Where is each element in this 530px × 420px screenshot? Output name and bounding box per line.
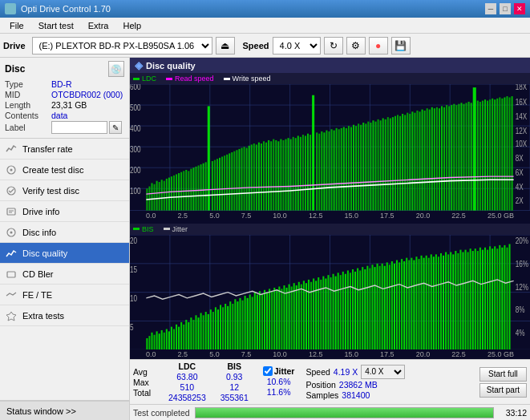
svg-rect-287 (322, 276, 324, 349)
eject-button[interactable]: ⏏ (216, 37, 235, 55)
svg-rect-332 (433, 256, 435, 349)
svg-rect-55 (176, 174, 177, 210)
svg-rect-281 (308, 280, 310, 349)
svg-rect-270 (281, 289, 282, 349)
maximize-button[interactable]: □ (500, 3, 511, 14)
status-window-button[interactable]: Status window >> (0, 401, 129, 420)
avg-label: Avg (133, 367, 160, 377)
main-layout: Disc 💿 Type BD-R MID OTCBDR002 (000) Len… (0, 58, 530, 420)
svg-rect-88 (258, 143, 260, 211)
legend-bis: BIS (133, 225, 154, 233)
drive-select[interactable]: (E:) PLEXTOR BD-R PX-LB950SA 1.06 (32, 37, 212, 55)
sidebar-item-fe-te[interactable]: FE / TE (0, 285, 129, 305)
start-full-button[interactable]: Start full (479, 367, 527, 382)
svg-rect-123 (346, 128, 347, 211)
svg-rect-304 (364, 269, 366, 349)
refresh-button[interactable]: ↻ (324, 37, 343, 55)
svg-rect-293 (338, 273, 339, 349)
svg-rect-296 (345, 273, 346, 349)
label-edit-button[interactable]: ✎ (109, 121, 122, 134)
svg-rect-135 (375, 122, 377, 211)
svg-rect-266 (271, 291, 273, 349)
svg-rect-317 (396, 260, 398, 349)
svg-rect-250 (232, 304, 233, 349)
sidebar-item-disc-info[interactable]: Disc info (0, 222, 129, 243)
nav-label-create-test-disc: Create test disc (22, 165, 83, 175)
svg-rect-358 (496, 248, 498, 349)
svg-rect-335 (440, 253, 442, 349)
svg-rect-362 (506, 247, 508, 349)
sidebar-item-cd-bler[interactable]: CD Bler (0, 264, 129, 285)
sidebar-item-disc-quality[interactable]: Disc quality (0, 243, 129, 264)
svg-text:200: 200 (130, 165, 141, 175)
svg-rect-168 (455, 105, 457, 211)
position-val: 23862 MB (339, 380, 378, 390)
svg-text:300: 300 (130, 144, 141, 154)
start-part-button[interactable]: Start part (479, 383, 527, 398)
chart-header-icon: ◈ (135, 59, 143, 71)
svg-text:4%: 4% (516, 327, 525, 337)
app-title: Opti Drive Control 1.70 (21, 4, 111, 14)
sidebar-item-create-test-disc[interactable]: Create test disc (0, 160, 129, 180)
svg-text:500: 500 (130, 103, 141, 112)
svg-rect-274 (291, 286, 293, 349)
menu-start-test[interactable]: Start test (32, 19, 80, 32)
svg-rect-341 (455, 251, 456, 349)
sidebar-item-transfer-rate[interactable]: Transfer rate (0, 139, 129, 160)
color-button[interactable]: ● (369, 37, 388, 55)
svg-rect-178 (482, 101, 483, 211)
svg-rect-318 (399, 262, 400, 349)
menu-extra[interactable]: Extra (82, 19, 115, 32)
svg-rect-94 (273, 139, 274, 211)
speed-stat-select[interactable]: 4.0 X (361, 365, 405, 379)
disc-info-button[interactable]: 💿 (108, 61, 124, 77)
sidebar-item-extra-tests[interactable]: Extra tests (0, 305, 129, 326)
jitter-checkbox[interactable] (263, 366, 273, 376)
speed-select[interactable]: 4.0 X (273, 37, 321, 55)
svg-rect-301 (357, 268, 358, 349)
svg-text:10X: 10X (516, 139, 528, 148)
speed-label: Speed (243, 41, 269, 50)
svg-rect-289 (327, 275, 329, 349)
extra-tests-icon (5, 309, 18, 322)
menu-file[interactable]: File (3, 19, 30, 32)
chart-title: Disc quality (146, 61, 196, 71)
svg-rect-259 (254, 292, 256, 349)
svg-rect-97 (280, 139, 281, 211)
svg-rect-143 (394, 116, 396, 211)
menu-help[interactable]: Help (116, 19, 148, 32)
sidebar-item-verify-test-disc[interactable]: Verify test disc (0, 180, 129, 201)
jitter-col-header: Jitter (274, 366, 295, 376)
svg-rect-279 (303, 281, 305, 349)
ldc-max: 510 (180, 382, 195, 392)
label-input[interactable] (51, 121, 107, 134)
svg-point-7 (10, 231, 13, 233)
svg-rect-336 (443, 255, 444, 349)
close-button[interactable]: ✕ (514, 3, 525, 14)
save-button[interactable]: 💾 (391, 37, 411, 55)
minimize-button[interactable]: ─ (485, 3, 496, 14)
svg-rect-150 (411, 111, 413, 210)
svg-rect-103 (295, 138, 297, 210)
svg-rect-83 (246, 148, 248, 211)
svg-rect-307 (371, 265, 373, 349)
svg-rect-105 (300, 137, 301, 211)
svg-text:2X: 2X (516, 196, 524, 205)
chart-header: ◈ Disc quality (130, 58, 530, 73)
svg-rect-8 (7, 272, 15, 277)
svg-rect-248 (227, 306, 229, 349)
svg-rect-345 (465, 249, 467, 349)
svg-rect-339 (450, 252, 451, 349)
svg-rect-306 (369, 268, 370, 349)
svg-rect-258 (252, 297, 253, 349)
sidebar-item-drive-info[interactable]: Drive info (0, 201, 129, 222)
settings-button[interactable]: ⚙ (346, 37, 366, 55)
svg-rect-329 (426, 255, 427, 349)
svg-rect-95 (275, 140, 277, 211)
svg-rect-161 (439, 108, 440, 211)
svg-rect-69 (212, 161, 213, 211)
svg-rect-155 (424, 111, 426, 211)
lower-x-axis: 0.0 2.5 5.0 7.5 10.0 12.5 15.0 17.5 20.0… (130, 349, 530, 359)
svg-rect-45 (151, 183, 152, 210)
svg-rect-129 (360, 125, 362, 211)
